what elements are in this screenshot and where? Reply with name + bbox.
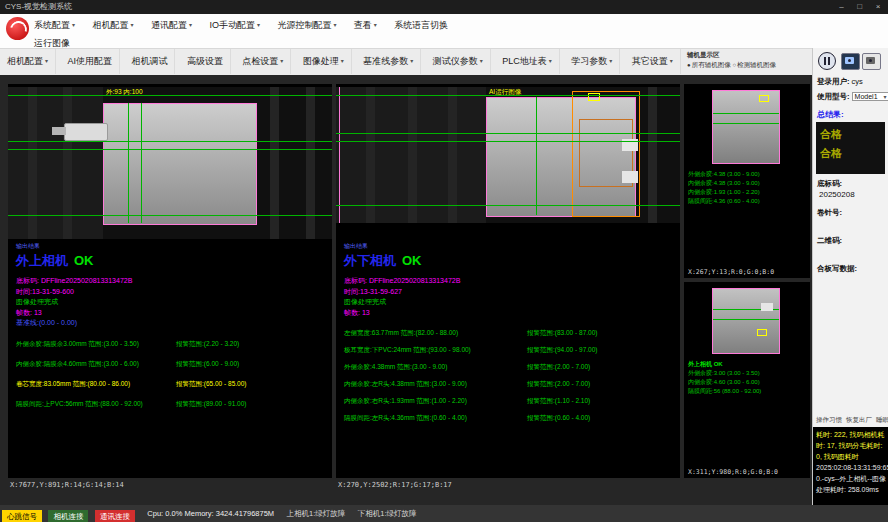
aux-option-all[interactable]: ●所有辅机图像 bbox=[687, 61, 731, 68]
menu-label: IO手动配置 bbox=[209, 20, 255, 30]
chevron-down-icon: ▾ bbox=[333, 22, 336, 28]
measure-value: 极耳宽度:下PVC:24mm 范围:(93.00 - 98.00) bbox=[344, 346, 471, 353]
log-tab-habits[interactable]: 操作习惯 bbox=[816, 416, 842, 423]
machine-structure bbox=[448, 87, 457, 223]
machine-structure bbox=[270, 87, 279, 239]
toolbar-advanced-settings[interactable]: 高级设置 bbox=[180, 49, 231, 74]
toolbar-other-settings[interactable]: 其它设置▾ bbox=[625, 49, 681, 74]
result-caption: 输出结果 bbox=[344, 242, 676, 251]
main-camera-view-left[interactable]: 外:93 内:100 输出结果 外上相机OK 底标码: DFFline20250… bbox=[8, 84, 332, 478]
alarm-range: 报警范围:(0.60 - 4.00) bbox=[527, 414, 590, 423]
result-status: OK bbox=[402, 253, 422, 268]
main-camera-view-right[interactable]: AI运行图像 输出结果 外下相机OK 底标码: DFFline202502081… bbox=[336, 84, 680, 478]
machine-structure bbox=[306, 87, 315, 239]
board-write-label: 合板写数据: bbox=[817, 264, 857, 273]
highlight-marker bbox=[759, 95, 769, 102]
log-tab-factory-reset[interactable]: 恢复出厂 bbox=[846, 416, 872, 423]
machine-structure bbox=[63, 87, 72, 239]
camera-view-button-2[interactable] bbox=[862, 53, 881, 70]
menu-bar: 系统配置▾ 相机配置▾ 通讯配置▾ IO手动配置▾ 光源控制配置▾ 查看▾ 系统… bbox=[0, 14, 888, 33]
toolbar-test-params[interactable]: 测试仪参数▾ bbox=[426, 49, 491, 74]
bright-feature bbox=[622, 171, 638, 183]
pause-button[interactable] bbox=[818, 52, 836, 70]
total-result-line: 合格 bbox=[820, 144, 881, 163]
toolbar-label: 相机调试 bbox=[131, 56, 167, 66]
aux-line: 外上相机 OK bbox=[688, 360, 761, 369]
aux-line: 外侧余胶:3.00 (3.00 - 3.50) bbox=[688, 369, 761, 378]
camera-name: 外上相机 bbox=[16, 253, 68, 268]
guide-line bbox=[336, 133, 680, 134]
probe-tip bbox=[52, 127, 66, 135]
chevron-down-icon: ▾ bbox=[609, 58, 612, 64]
total-result-label: 总结果: bbox=[817, 109, 888, 120]
login-user-label: 登录用户: bbox=[817, 77, 850, 86]
comm-link-status-badge: 通讯连接 bbox=[95, 510, 135, 522]
machine-structure bbox=[8, 87, 103, 239]
chevron-down-icon: ▾ bbox=[480, 58, 483, 64]
measure-value: 内侧余胶:隔膜余4.60mm 范围:(3.00 - 6.00) bbox=[16, 360, 139, 367]
log-line: 耗时: 222, 找码相机耗 bbox=[816, 429, 888, 440]
toolbar-camera-config[interactable]: 相机配置▾ bbox=[0, 49, 56, 74]
log-tab-sleep[interactable]: 睡眠状态 bbox=[876, 416, 888, 423]
toolbar-baseline-params[interactable]: 基准线参数▾ bbox=[356, 49, 421, 74]
aux-option-detect[interactable]: ○检测辅机图像 bbox=[732, 61, 776, 68]
guide-line-vertical bbox=[128, 103, 129, 223]
frame-line: 帧数: 13 bbox=[16, 308, 328, 319]
toolbar-label: 图像处理 bbox=[303, 56, 339, 66]
aux-line: 内侧余胶:4.60 (3.00 - 6.00) bbox=[688, 378, 761, 387]
measure-value: 外侧余胶:隔膜余3.00mm 范围:(3.00 - 3.50) bbox=[16, 340, 139, 347]
chevron-down-icon: ▾ bbox=[280, 58, 283, 64]
log-tabs: 操作习惯恢复出厂睡眠状态 bbox=[813, 416, 888, 425]
toolbar-label: 基准线参数 bbox=[363, 56, 408, 66]
chevron-down-icon: ▾ bbox=[257, 22, 260, 28]
pixel-coords-right: X:270,Y:2502;R:17;G:17;B:17 bbox=[338, 481, 452, 489]
machine-structure bbox=[648, 87, 657, 223]
menu-label: 查看 bbox=[354, 20, 372, 30]
result-caption: 输出结果 bbox=[16, 242, 328, 251]
result-status: OK bbox=[74, 253, 94, 268]
chevron-down-icon: ▾ bbox=[45, 58, 48, 64]
window-title: CYS-视觉检测系统 bbox=[5, 2, 72, 11]
radio-unselected-icon: ○ bbox=[732, 62, 736, 68]
chevron-down-icon: ▾ bbox=[884, 93, 887, 100]
guide-line bbox=[336, 141, 680, 142]
pause-icon bbox=[828, 57, 830, 65]
camera-view-button-1[interactable] bbox=[841, 53, 860, 70]
maximize-button[interactable]: □ bbox=[852, 0, 868, 14]
measure-value: 隔膜间距:左R头:4.36mm 范围:(0.60 - 4.00) bbox=[344, 414, 467, 421]
measurement-row: 内侧余胶:隔膜余4.60mm 范围:(3.00 - 6.00)报警范围:(6.0… bbox=[16, 360, 328, 380]
guide-line bbox=[8, 141, 332, 142]
probe-connector bbox=[64, 123, 108, 141]
alarm-range: 报警范围:(89.00 - 91.00) bbox=[176, 400, 246, 409]
toolbar-plc-address-table[interactable]: PLC地址表▾ bbox=[495, 49, 560, 74]
roi-line-vertical bbox=[339, 87, 340, 223]
toolbar-learning-params[interactable]: 学习参数▾ bbox=[564, 49, 620, 74]
camera-bottom-warning: 下相机1:绿灯故障 bbox=[358, 505, 417, 522]
model-label: 使用型号: bbox=[817, 92, 850, 101]
winder-label: 卷针号: bbox=[817, 208, 842, 217]
model-select[interactable]: Model1▾ bbox=[852, 92, 888, 101]
toolbar-label: 学习参数 bbox=[571, 56, 607, 66]
measurement-row: 内侧余胶:右R头:1.93mm 范围:(1.00 - 2.20)报警范围:(1.… bbox=[344, 397, 676, 414]
barcode-line: 底标码: DFFline2025020813313472B bbox=[16, 276, 328, 287]
camera-image-left: 外:93 内:100 bbox=[8, 87, 332, 239]
toolbar-image-processing[interactable]: 图像处理▾ bbox=[296, 49, 352, 74]
close-button[interactable]: × bbox=[870, 0, 886, 14]
minimize-button[interactable]: – bbox=[834, 0, 850, 14]
alarm-range: 报警范围:(94.00 - 97.00) bbox=[527, 346, 597, 355]
toolbar-label: 测试仪参数 bbox=[433, 56, 478, 66]
toolbar-camera-debug[interactable]: 相机调试 bbox=[124, 49, 175, 74]
toolbar-ai-config[interactable]: AI使用配置 bbox=[60, 49, 120, 74]
aux-camera-view-1[interactable]: 外侧余胶:4.38 (3.00 - 9.00) 内侧余胶:4.38 (3.00 … bbox=[684, 84, 810, 278]
alarm-range: 报警范围:(2.00 - 7.00) bbox=[527, 363, 590, 372]
toolbar-spot-check[interactable]: 点检设置▾ bbox=[235, 49, 291, 74]
measurement-rows: 左侧宽度:63.77mm 范围:(82.00 - 88.00)报警范围:(83.… bbox=[344, 329, 676, 431]
aux-display-header: 辅机显示区 ●所有辅机图像 ○检测辅机图像 bbox=[684, 49, 810, 74]
chevron-down-icon: ▾ bbox=[374, 22, 377, 28]
toolbar-label: 高级设置 bbox=[187, 56, 223, 66]
menu-label: 光源控制配置 bbox=[277, 20, 331, 30]
aux-camera-view-2[interactable]: 外上相机 OK 外侧余胶:3.00 (3.00 - 3.50) 内侧余胶:4.6… bbox=[684, 282, 810, 478]
window-controls: – □ × bbox=[834, 0, 886, 14]
guide-line bbox=[8, 95, 332, 96]
measure-annotation: AI运行图像 bbox=[489, 88, 521, 97]
